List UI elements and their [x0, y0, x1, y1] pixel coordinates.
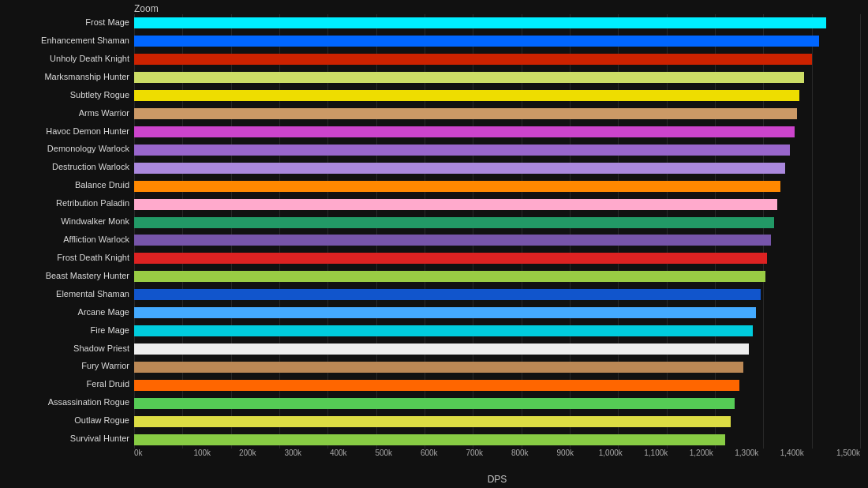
bar-row — [134, 159, 860, 177]
x-tick: 100k — [180, 449, 226, 457]
bar — [134, 17, 826, 28]
bar — [134, 253, 767, 264]
bar — [134, 362, 743, 373]
spec-label: Elemental Shaman — [56, 286, 129, 304]
bar-row — [134, 213, 860, 231]
chart-container: Zoom Frost MageEnhancement ShamanUnholy … — [0, 0, 868, 488]
bar — [134, 235, 771, 246]
x-axis: 0k100k200k300k400k500k600k700k800k900k1,… — [134, 449, 860, 488]
bar-row — [134, 32, 860, 51]
spec-label: Survival Hunter — [70, 430, 129, 449]
bar-row — [134, 322, 860, 340]
x-tick: 1,400k — [769, 449, 815, 457]
spec-label: Marksmanship Hunter — [44, 69, 129, 87]
x-tick: 1,500k — [815, 449, 861, 457]
bar-row — [134, 394, 860, 412]
bar — [134, 271, 765, 282]
x-tick: 1,000k — [588, 449, 634, 457]
spec-label: Beast Mastery Hunter — [46, 268, 129, 286]
bar-row — [134, 195, 860, 213]
bar — [134, 181, 780, 192]
bars-section — [134, 14, 860, 449]
spec-label: Feral Druid — [87, 376, 129, 394]
spec-label: Outlaw Rogue — [74, 412, 129, 430]
bar-row — [134, 358, 860, 376]
bar-row — [134, 105, 860, 123]
bar — [134, 108, 797, 119]
bar — [134, 398, 735, 409]
bar-row — [134, 231, 860, 250]
x-tick: 900k — [543, 449, 589, 457]
bar — [134, 217, 774, 228]
spec-label: Arcane Mage — [78, 304, 129, 322]
bar — [134, 325, 753, 336]
bar — [134, 90, 799, 101]
bar — [134, 163, 785, 174]
x-tick: 500k — [361, 449, 407, 457]
spec-label: Enhancement Shaman — [41, 32, 129, 51]
spec-label: Frost Mage — [85, 14, 129, 32]
spec-label: Unholy Death Knight — [50, 51, 129, 69]
bar — [134, 36, 819, 47]
bar-row — [134, 69, 860, 87]
bar — [134, 434, 725, 445]
bar-row — [134, 250, 860, 268]
bar-row — [134, 430, 860, 449]
spec-label: Assassination Rogue — [48, 394, 129, 412]
bar-row — [134, 141, 860, 159]
spec-label: Demonology Warlock — [47, 141, 129, 159]
x-ticks: 0k100k200k300k400k500k600k700k800k900k1,… — [134, 449, 860, 457]
bar — [134, 54, 812, 65]
chart-area — [134, 14, 860, 449]
bar-row — [134, 123, 860, 141]
bar-row — [134, 87, 860, 105]
x-tick: 1,100k — [634, 449, 679, 457]
x-tick: 1,200k — [679, 449, 724, 457]
spec-label: Windwalker Monk — [61, 213, 129, 231]
spec-label: Havoc Demon Hunter — [46, 123, 129, 141]
bar — [134, 199, 777, 210]
bar-row — [134, 340, 860, 358]
x-tick: 600k — [406, 449, 452, 457]
x-tick: 800k — [497, 449, 543, 457]
spec-label: Affliction Warlock — [63, 231, 129, 250]
bar — [134, 416, 731, 427]
spec-label: Fire Mage — [90, 322, 129, 340]
spec-label: Destruction Warlock — [52, 159, 129, 177]
bar-row — [134, 304, 860, 322]
spec-label: Shadow Priest — [73, 340, 129, 358]
bar-row — [134, 14, 860, 32]
x-tick: 400k — [316, 449, 361, 457]
x-tick: 0k — [134, 449, 180, 457]
spec-label: Frost Death Knight — [57, 250, 129, 268]
bar — [134, 307, 756, 318]
x-axis-label: DPS — [134, 474, 860, 485]
bar-row — [134, 268, 860, 286]
bar-row — [134, 51, 860, 69]
label-area: Frost MageEnhancement ShamanUnholy Death… — [0, 14, 133, 449]
spec-label: Fury Warrior — [81, 358, 129, 376]
bar — [134, 380, 739, 391]
spec-label: Retribution Paladin — [56, 195, 129, 213]
spec-label: Arms Warrior — [79, 105, 129, 123]
zoom-label: Zoom — [134, 3, 159, 14]
bar — [134, 72, 804, 83]
bar — [134, 126, 795, 137]
bar-row — [134, 412, 860, 430]
bar — [134, 289, 761, 300]
x-tick: 1,300k — [724, 449, 770, 457]
bar-row — [134, 286, 860, 304]
bar — [134, 343, 749, 355]
x-tick: 200k — [225, 449, 271, 457]
spec-label: Balance Druid — [75, 177, 129, 195]
bar-row — [134, 177, 860, 195]
x-tick: 300k — [271, 449, 316, 457]
x-tick: 700k — [452, 449, 498, 457]
bar — [134, 145, 790, 156]
spec-label: Subtlety Rogue — [70, 87, 129, 105]
bar-row — [134, 376, 860, 394]
